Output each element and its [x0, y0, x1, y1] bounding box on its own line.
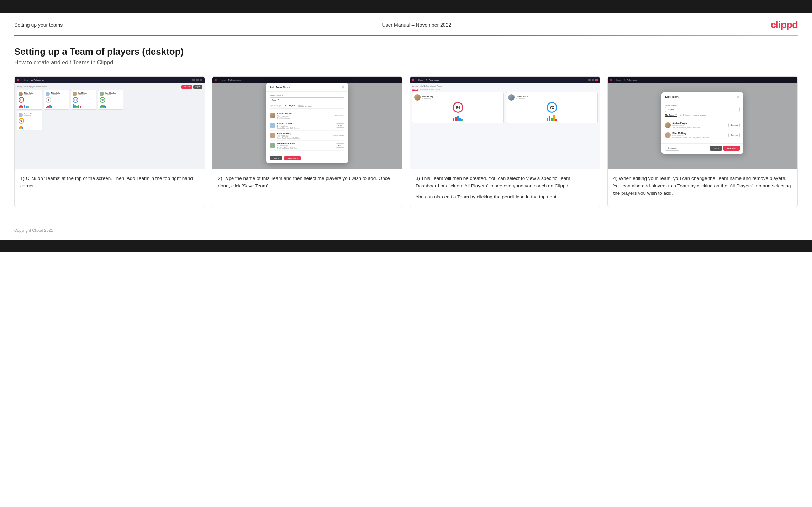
mock-player-card-coliba: Adrian Coliba 1-5 Handicap 0	[44, 90, 69, 110]
card-2-screenshot: Home My Performance Add New Team ✕	[212, 77, 402, 169]
mock-player-list-2: Adrian Player Plus Handicap The Shire Lo…	[270, 111, 344, 151]
mock-list-item-3: Blair McHarg Plus Handicap Royal North D…	[270, 131, 344, 141]
mock-cancel-btn-2[interactable]: Cancel	[270, 156, 282, 160]
mock-player-card-richard: Richard Butler Plus Handicap 72	[17, 111, 42, 130]
footer: Copyright Clippd 2021	[0, 225, 812, 240]
mock-team-name-input[interactable]: Team A	[270, 97, 344, 102]
mock-big-card-blair: Blair McHarg Plus Handicap 94	[412, 92, 504, 123]
mock-remove-btn-1[interactable]: Remove	[728, 123, 740, 127]
card-3-screenshot: Home My Performance Viewing X out of 2 p…	[410, 77, 600, 169]
mock-app-1: Home My Performance Viewing X out of 8 p…	[15, 77, 205, 169]
mock-save-btn-4[interactable]: Save Team	[723, 146, 740, 151]
card-4-text: 4) When editing your Team, you can chang…	[608, 169, 798, 203]
mock-dialog-title-4: Edit Team	[665, 95, 679, 98]
mock-add-team-dialog: Add New Team ✕ Team Name * Team A My Tea…	[266, 83, 348, 163]
mock-nav-home: Home	[23, 79, 28, 81]
mock-remove-btn-2[interactable]: Remove	[728, 133, 740, 137]
mock-dialog-title-2: Add New Team	[270, 86, 290, 89]
logo-container: clippd	[771, 19, 798, 31]
page-title: Setting up a Team of players (desktop)	[14, 46, 798, 57]
mock-dialog-footer-4: 🗑 Delete Cancel Save Team	[661, 143, 743, 154]
mock-tab-myteam-4[interactable]: My Team (2)	[665, 114, 677, 117]
mock-dialog-body-2: Team Name * Team A My Team (2) All Playe…	[266, 92, 348, 154]
mock-list-item-1: Adrian Player Plus Handicap The Shire Lo…	[270, 111, 344, 121]
mock-filter-label: ☐ Filter by name	[298, 105, 312, 107]
mock-dialog-body-4: Team Name * Team A My Team (2) All Playe…	[661, 101, 743, 143]
mock-dialog-close-4[interactable]: ✕	[737, 95, 740, 99]
mock-score-richard: 72	[547, 102, 557, 113]
mock-field-label-2: Team Name *	[270, 95, 344, 97]
mock-delete-btn[interactable]: 🗑 Delete	[665, 146, 679, 151]
mock-dialog-overlay-2: Add New Team ✕ Team Name * Team A My Tea…	[212, 77, 402, 169]
mock-player-added-badge-2: Player Added	[333, 134, 344, 137]
page-subtitle: How to create and edit Teams in Clippd	[14, 59, 798, 66]
card-4-screenshot: Home My Performance Edit Team ✕ Te	[608, 77, 798, 169]
mock-dialog-header-4: Edit Team ✕	[661, 92, 743, 101]
top-bar	[0, 0, 812, 13]
mock-team-name-input-4[interactable]: Team A	[665, 107, 740, 112]
mock-dialog-footer-2: Cancel Save Team	[266, 154, 348, 163]
card-2-text: 2) Type the name of this Team and then s…	[212, 169, 402, 196]
mock-add-btn-2[interactable]: Add	[336, 143, 345, 148]
mock-tab-allplayers[interactable]: All Players	[284, 105, 295, 107]
mock-player-cards-1: Adrian Collins Plus Handicap 84	[17, 90, 202, 110]
mock-nav-teams: My Performance	[31, 79, 44, 81]
mock-logo-dot	[17, 79, 19, 81]
mock-content-1: Viewing X out of 8 players from All Play…	[15, 83, 205, 133]
mock-app-4: Home My Performance Edit Team ✕ Te	[608, 77, 798, 169]
mock-list-item-4: Dave Billingham 1-5 Handicap The Dog Maj…	[270, 141, 344, 151]
mock-player-added-badge-1: Player Added	[333, 114, 344, 117]
mock-tabs-2: My Team (2) All Players ☐ Filter by name	[270, 105, 344, 109]
header: Setting up your teams User Manual – Nove…	[0, 13, 812, 35]
clippd-logo: clippd	[771, 19, 798, 30]
mock-cancel-btn-4[interactable]: Cancel	[710, 146, 722, 151]
mock-field-label-4: Team Name *	[665, 104, 740, 106]
mock-score-blair: 94	[453, 102, 463, 113]
mock-nav: Home My Performance	[23, 79, 44, 81]
mock-edit-team-dialog: Edit Team ✕ Team Name * Team A My Team (…	[661, 92, 743, 154]
cards-grid: Home My Performance Viewing X out of 8 p…	[14, 76, 798, 207]
card-3-text: 3) This Team will then be created. You c…	[410, 169, 600, 207]
card-3: Home My Performance Viewing X out of 2 p…	[410, 76, 600, 207]
mock-topbar-1: Home My Performance	[15, 77, 205, 83]
trash-icon: 🗑	[668, 147, 670, 149]
mock-team-rows: Blair McHarg Plus Handicap 94	[412, 92, 598, 123]
mock-player-card-blair: Blair McHarg Plus Handicap 94	[71, 90, 96, 110]
header-left-text: Setting up your teams	[14, 22, 63, 28]
mock-nav-teams-3: My Performance	[426, 79, 439, 81]
mock-tab-allplayers-4[interactable]: All Players	[680, 114, 690, 117]
copyright-text: Copyright Clippd 2021	[14, 228, 53, 233]
mock-big-card-richard: Richard Butler Plus Handicap 72	[506, 92, 598, 123]
mock-tabs-4: My Team (2) All Players ☐ Filter by name	[665, 114, 740, 118]
mock-dialog-overlay-4: Edit Team ✕ Team Name * Team A My Team (…	[608, 77, 798, 169]
mock-player-list-4: Adrian Player Plus Handicap The Shire Lo…	[665, 121, 740, 140]
mock-app-2: Home My Performance Add New Team ✕	[212, 77, 402, 169]
header-center-text: User Manual – November 2022	[382, 22, 452, 28]
mock-edit-list-item-1: Adrian Player Plus Handicap The Shire Lo…	[665, 121, 740, 130]
mock-nav-3: Home My Performance	[418, 79, 439, 81]
mock-add-btn-1[interactable]: Add	[336, 123, 345, 128]
mock-dialog-header-2: Add New Team ✕	[266, 83, 348, 92]
mock-dialog-close-2[interactable]: ✕	[342, 86, 344, 89]
bottom-bar	[0, 240, 812, 252]
mock-save-btn-2[interactable]: Save Team	[284, 156, 301, 160]
mock-app-3: Home My Performance Viewing X out of 2 p…	[410, 77, 600, 169]
page-content: Setting up a Team of players (desktop) H…	[0, 36, 812, 225]
mock-team-dash: Viewing X out of 2 players from All Play…	[410, 83, 600, 169]
mock-filter-label-4: ☐ Filter by name	[693, 114, 707, 117]
mock-tab-myteam[interactable]: My Team (2)	[270, 105, 281, 107]
card-1: Home My Performance Viewing X out of 8 p…	[14, 76, 205, 207]
mock-edit-list-item-2: Blair McHarg Plus Handicap Royal North D…	[665, 130, 740, 140]
card-4: Home My Performance Edit Team ✕ Te	[607, 76, 798, 207]
mock-player-card-dave: Dave Billingham 1-5 Handicap 78	[98, 90, 123, 110]
mock-list-item-2: Adrian Coliba 1-5 Handicap Central Londo…	[270, 121, 344, 131]
card-1-text: 1) Click on 'Teams' at the top of the sc…	[15, 169, 205, 196]
card-1-screenshot: Home My Performance Viewing X out of 8 p…	[15, 77, 205, 169]
mock-topbar-3: Home My Performance	[410, 77, 600, 83]
mock-nav-home-3: Home	[418, 79, 423, 81]
mock-logo-dot-3	[412, 79, 414, 81]
card-2: Home My Performance Add New Team ✕	[212, 76, 403, 207]
mock-player-card-adrian: Adrian Collins Plus Handicap 84	[17, 90, 42, 110]
